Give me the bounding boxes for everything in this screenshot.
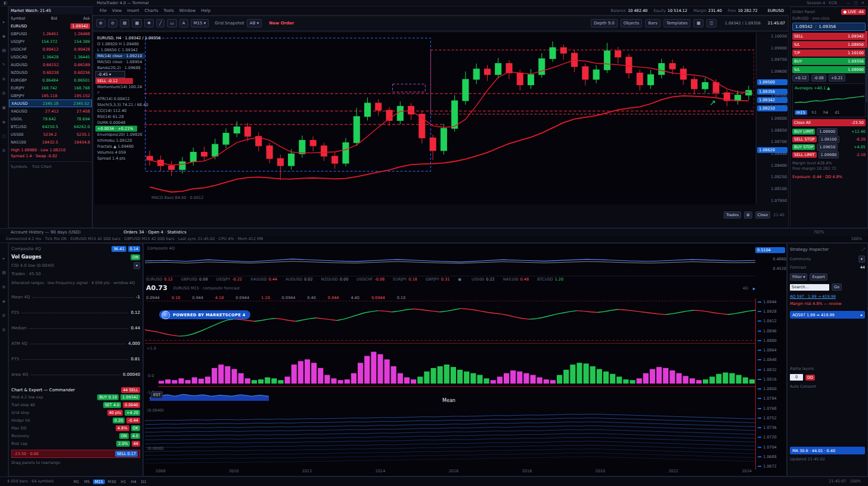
- market-watch-tab[interactable]: Symbols: [11, 164, 27, 170]
- grid-snapshot-button[interactable]: Grid Snapshot: [215, 20, 244, 26]
- menu-view[interactable]: View: [112, 8, 122, 14]
- expert-log-row[interactable]: Max DD 4.8% OK: [11, 424, 140, 432]
- tool-icon[interactable]: ▸: [3, 20, 5, 24]
- expert-log-row[interactable]: Recovery ON 4.0: [11, 432, 140, 440]
- search-input[interactable]: Search…: [790, 284, 829, 291]
- panel-scrollbar[interactable]: [865, 31, 867, 102]
- order-button[interactable]: S/L 1.08990: [792, 66, 866, 73]
- tool-icon[interactable]: ⬡: [2, 134, 5, 139]
- ticker-item[interactable]: GBPUSD 0.08: [181, 277, 208, 282]
- tool-icon[interactable]: ✎: [2, 63, 6, 67]
- vol-gauges-toggle[interactable]: ON: [131, 254, 140, 260]
- tool-icon[interactable]: ⚙: [2, 91, 5, 96]
- market-row[interactable]: AUDUSD 0.66152 0.66169: [9, 61, 92, 68]
- ticker-item[interactable]: AUDUSD 0.02: [286, 277, 313, 282]
- filter-dropdown[interactable]: Filter ▾: [790, 273, 807, 281]
- expert-log-row[interactable]: Grid step 40 pts +4.20: [11, 409, 140, 416]
- selected-result-row[interactable]: AQ597 1.99 = 419.99 ▸: [790, 311, 865, 319]
- toolbar-icon[interactable]: ▤: [120, 19, 130, 27]
- market-row[interactable]: GBPJPY 195.118 195.152: [9, 92, 92, 99]
- indicator-row[interactable]: Momentum(14) 100.24: [95, 84, 149, 90]
- order-button[interactable]: SELL 1.09342: [792, 33, 866, 40]
- timeframe-button[interactable]: M15: [93, 479, 105, 484]
- timeframe-button[interactable]: H1: [119, 479, 128, 484]
- menu-file[interactable]: File: [100, 8, 107, 14]
- market-row[interactable]: USDCHF 0.90412 0.90428: [9, 45, 92, 53]
- ticker-item[interactable]: NAS100 0.48: [503, 277, 529, 282]
- toolbar-button[interactable]: Objects: [621, 19, 642, 27]
- indicator-row[interactable]: Ichimoku 1.09120: [95, 138, 149, 144]
- market-row[interactable]: XAUUSD 2345.18 2345.52: [9, 99, 92, 107]
- market-row[interactable]: US500 5234.2 5235.1: [9, 130, 92, 138]
- indicator-row[interactable]: OsMA 0.00048: [95, 120, 149, 126]
- tool-icon[interactable]: ≣: [2, 328, 6, 332]
- menu-insert[interactable]: Insert: [127, 8, 139, 14]
- indicator-row[interactable]: Volumes 4 059: [95, 149, 149, 155]
- indicator-row[interactable]: -0.45 ▾: [95, 71, 125, 78]
- market-row[interactable]: BTCUSD 64250.5 64262.0: [9, 123, 92, 130]
- close-all-button[interactable]: Close All -23.50: [792, 119, 866, 126]
- tool-icon[interactable]: ◆: [2, 34, 5, 39]
- tool-icon[interactable]: ▤: [2, 48, 6, 53]
- search-go-button[interactable]: Go: [832, 284, 842, 291]
- menu-charts[interactable]: Charts: [144, 8, 158, 14]
- ma-summary-row[interactable]: MA 30.6 · 44.01 · 0.40: [790, 447, 865, 454]
- market-row[interactable]: NZDUSD 0.60238 0.60256: [9, 68, 92, 76]
- chart-footer-button[interactable]: ⊞: [744, 211, 752, 219]
- pending-order-row[interactable]: SELL LIMIT 1.09980 -2.10: [792, 151, 866, 158]
- indicator-row[interactable]: CCI(14) 112.40: [95, 108, 149, 114]
- pending-order-row[interactable]: BUY STOP 1.09650 +4.05: [792, 143, 866, 151]
- col-ask[interactable]: Ask: [83, 16, 90, 21]
- indicator-row[interactable]: MA(50) close · 1.08954: [95, 59, 149, 65]
- ticker-item[interactable]: BTCUSD 1.20: [537, 277, 563, 282]
- expert-log-row[interactable]: Mod 4.2 low exp BUY 0.10 1.09342: [11, 393, 140, 401]
- menu-help[interactable]: Help: [201, 8, 210, 14]
- timeframe-button[interactable]: M1: [72, 479, 81, 484]
- indicator-row[interactable]: +0.0034 · +0.21%: [95, 126, 137, 132]
- market-row[interactable]: USDJPY 154.372 154.389: [9, 38, 92, 45]
- expert-log-row[interactable]: Risk cap 2.0% 44: [11, 440, 140, 447]
- tool-icon[interactable]: ⚙: [2, 313, 5, 318]
- col-symbol[interactable]: Symbol: [11, 16, 25, 21]
- ticker-item[interactable]: XAUUSD 0.44: [250, 277, 277, 282]
- price-trend-chart[interactable]: [145, 302, 755, 345]
- scale-button[interactable]: h4: [822, 110, 830, 115]
- price-axis[interactable]: 1.100501.099001.097501.096001.094501.093…: [756, 33, 788, 204]
- toolbar-icon[interactable]: A: [179, 19, 188, 27]
- indicator-row[interactable]: SELL -0.12: [95, 78, 133, 84]
- expert-log-row[interactable]: Hedge lot 0.20 -0.44: [11, 416, 140, 424]
- ticker-item[interactable]: USDCHF -0.08: [356, 277, 385, 282]
- market-row[interactable]: EURGBP 0.86484 0.86501: [9, 76, 92, 84]
- ticker-item[interactable]: ●: [458, 277, 463, 282]
- toolbar-button[interactable]: ▦: [693, 19, 703, 27]
- indicator-row[interactable]: Fractals ▲ 1.09480: [95, 144, 149, 149]
- pending-order-row[interactable]: SELL STOP 1.09100 -8.20: [792, 135, 866, 143]
- tool-icon[interactable]: ⊕: [2, 285, 6, 289]
- result-link[interactable]: AQ 597 · 1.99 → 419.99: [790, 294, 865, 299]
- market-row[interactable]: USDCAD 1.36428 1.36445: [9, 53, 92, 61]
- ticker-item[interactable]: GBPJPY 0.31: [426, 277, 450, 282]
- comments-dropdown[interactable]: ▾: [858, 256, 865, 263]
- ticker-item[interactable]: EURUSD 0.12: [146, 277, 173, 282]
- toolbar-icon[interactable]: ╱: [156, 19, 165, 27]
- toolbar-icon[interactable]: ▦: [132, 19, 142, 27]
- order-button[interactable]: BUY 1.09356: [792, 58, 866, 65]
- loss-row[interactable]: -23.50 · 0.00 SELL 0.17: [11, 450, 140, 458]
- chart-footer-button[interactable]: Close: [755, 211, 771, 219]
- new-order-button[interactable]: New Order: [269, 20, 294, 26]
- account-history-label[interactable]: Account History — 90 days (USD): [11, 229, 80, 235]
- close-button[interactable]: ✕: [861, 1, 864, 6]
- ticker-item[interactable]: US500 0.22: [472, 277, 495, 282]
- indicator-row[interactable]: ATR(14) 0.00412: [95, 96, 149, 102]
- expand-icon[interactable]: ⤢: [861, 247, 865, 253]
- indicator-row[interactable]: O 1.08920 H 1.09480: [95, 41, 149, 47]
- indicator-row[interactable]: Envelopes(20) 1.09820: [95, 132, 149, 138]
- export-button[interactable]: Export: [810, 273, 827, 281]
- market-row[interactable]: GBPUSD 1.26451 1.26468: [9, 30, 92, 38]
- tool-icon[interactable]: ▣: [2, 105, 6, 110]
- tool-icon[interactable]: ▸: [3, 256, 5, 261]
- tool-icon[interactable]: ⊕: [2, 77, 6, 82]
- ticker-item[interactable]: EURJPY 0.18: [393, 277, 417, 282]
- timeframe-button[interactable]: M5: [82, 479, 92, 484]
- expert-log-row[interactable]: Trail stop 40 SET 4.0 0.0040: [11, 401, 140, 409]
